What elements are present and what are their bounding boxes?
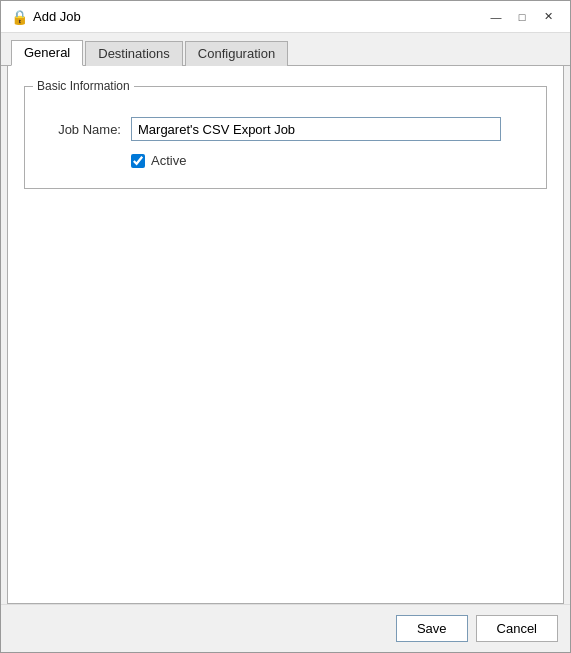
tab-destinations[interactable]: Destinations: [85, 41, 183, 66]
title-bar: 🔒 Add Job — □ ✕: [1, 1, 570, 33]
tab-configuration[interactable]: Configuration: [185, 41, 288, 66]
footer: Save Cancel: [1, 604, 570, 652]
title-controls: — □ ✕: [484, 7, 560, 27]
minimize-button[interactable]: —: [484, 7, 508, 27]
tab-bar: General Destinations Configuration: [1, 33, 570, 66]
maximize-button[interactable]: □: [510, 7, 534, 27]
tab-general[interactable]: General: [11, 40, 83, 66]
job-name-input[interactable]: [131, 117, 501, 141]
main-window: 🔒 Add Job — □ ✕ General Destinations Con…: [0, 0, 571, 653]
window-title: Add Job: [33, 9, 484, 24]
cancel-button[interactable]: Cancel: [476, 615, 558, 642]
content-area: Basic Information Job Name: Active: [7, 66, 564, 604]
close-button[interactable]: ✕: [536, 7, 560, 27]
active-label[interactable]: Active: [151, 153, 186, 168]
group-legend: Basic Information: [33, 79, 134, 93]
job-name-label: Job Name:: [41, 122, 121, 137]
save-button[interactable]: Save: [396, 615, 468, 642]
active-checkbox[interactable]: [131, 154, 145, 168]
window-icon: 🔒: [11, 9, 27, 25]
job-name-row: Job Name:: [41, 117, 530, 141]
active-checkbox-row: Active: [131, 153, 530, 168]
basic-information-group: Basic Information Job Name: Active: [24, 86, 547, 189]
lock-icon: 🔒: [11, 9, 28, 25]
